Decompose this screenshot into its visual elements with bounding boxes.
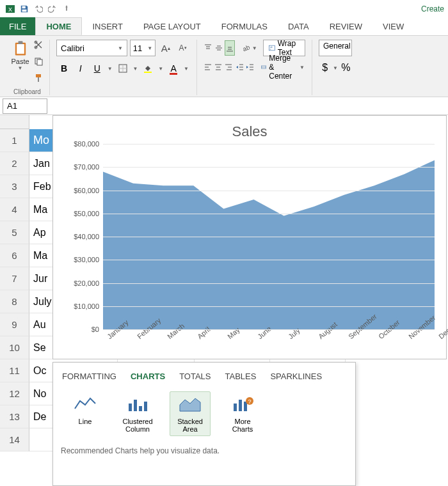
percent-button[interactable]: % xyxy=(340,60,352,75)
svg-rect-2 xyxy=(22,6,26,9)
increase-indent-icon[interactable] xyxy=(246,59,255,75)
align-bottom-icon[interactable] xyxy=(225,40,235,56)
qa-tab-formatting[interactable]: FORMATTING xyxy=(62,372,116,381)
gridline xyxy=(103,306,435,307)
row-header[interactable]: 5 xyxy=(0,221,29,244)
chevron-down-icon[interactable]: ▼ xyxy=(332,65,339,71)
bold-button[interactable]: B xyxy=(56,60,72,77)
font-size-select[interactable]: 11▼ xyxy=(130,40,156,56)
svg-text:X: X xyxy=(8,6,12,13)
y-tick-label: $20,000 xyxy=(74,279,99,287)
align-top-icon[interactable] xyxy=(204,40,213,56)
chevron-down-icon[interactable]: ▼ xyxy=(252,45,257,51)
tab-view[interactable]: VIEW xyxy=(372,17,414,35)
italic-button[interactable]: I xyxy=(73,60,88,77)
svg-rect-48 xyxy=(134,400,137,411)
copy-icon[interactable] xyxy=(33,56,44,69)
row-header[interactable]: 6 xyxy=(0,244,29,267)
chart-type-icon xyxy=(177,395,203,415)
tab-page-layout[interactable]: PAGE LAYOUT xyxy=(133,17,211,35)
orientation-icon[interactable]: ab xyxy=(241,40,251,56)
font-color-button[interactable]: A xyxy=(166,60,181,77)
cut-icon[interactable] xyxy=(33,40,44,52)
undo-icon[interactable] xyxy=(32,3,45,15)
qa-tab-tables[interactable]: TABLES xyxy=(225,372,257,381)
svg-rect-52 xyxy=(239,400,242,411)
excel-icon: X xyxy=(4,3,17,15)
align-middle-icon[interactable] xyxy=(214,40,224,56)
row-header[interactable]: 14 xyxy=(0,428,29,451)
gridline xyxy=(103,167,435,168)
increase-font-icon[interactable]: A▴ xyxy=(158,40,173,56)
border-button[interactable] xyxy=(115,60,131,77)
chevron-down-icon[interactable]: ▼ xyxy=(106,66,114,72)
row-header[interactable]: 2 xyxy=(0,152,29,175)
area-series xyxy=(103,160,435,329)
align-center-icon[interactable] xyxy=(214,59,223,75)
svg-rect-3 xyxy=(22,10,27,12)
font-name-select[interactable]: Calibri▼ xyxy=(56,40,127,56)
decrease-indent-icon[interactable] xyxy=(236,59,244,75)
qa-tab-sparklines[interactable]: SPARKLINES xyxy=(270,372,322,381)
decrease-font-icon[interactable]: A▾ xyxy=(175,40,190,56)
gridline xyxy=(103,283,435,284)
select-all-corner[interactable] xyxy=(0,115,29,129)
tab-insert[interactable]: INSERT xyxy=(82,17,132,35)
chevron-down-icon[interactable]: ▼ xyxy=(157,66,164,72)
tab-file[interactable]: FILE xyxy=(0,17,35,35)
tab-data[interactable]: DATA xyxy=(278,17,319,35)
row-header[interactable]: 8 xyxy=(0,290,29,313)
row-header[interactable]: 3 xyxy=(0,175,29,198)
qa-tab-charts[interactable]: CHARTS xyxy=(131,372,165,381)
row-header[interactable]: 9 xyxy=(0,313,29,336)
y-tick-label: $40,000 xyxy=(74,233,99,240)
chevron-down-icon[interactable]: ▼ xyxy=(131,66,139,72)
tab-review[interactable]: REVIEW xyxy=(319,17,372,35)
row-header[interactable]: 12 xyxy=(0,382,29,405)
qa-tab-totals[interactable]: TOTALS xyxy=(179,372,211,381)
qa-option-label: Line xyxy=(79,418,92,425)
tab-home[interactable]: HOME xyxy=(35,17,82,35)
chevron-down-icon[interactable]: ▼ xyxy=(182,66,190,72)
chart-preview: Sales $0$10,000$20,000$30,000$40,000$50,… xyxy=(52,115,447,359)
chart-title: Sales xyxy=(65,123,435,140)
quick-analysis-hint: Recommended Charts help you visualize da… xyxy=(61,446,348,455)
row-header[interactable]: 10 xyxy=(0,336,29,359)
number-format-select[interactable]: General xyxy=(319,40,352,56)
account-link[interactable]: Create xyxy=(421,4,444,13)
svg-rect-5 xyxy=(17,44,24,54)
qa-option-stacked-area[interactable]: Stacked Area xyxy=(170,391,211,436)
row-header[interactable]: 1 xyxy=(0,129,29,152)
y-tick-label: $50,000 xyxy=(74,210,99,217)
chevron-down-icon: ▼ xyxy=(147,45,152,51)
svg-rect-11 xyxy=(36,74,41,77)
qa-option-clustered-column[interactable]: Clustered Column xyxy=(117,391,158,436)
currency-button[interactable]: $ xyxy=(319,60,331,75)
qa-option-line[interactable]: Line xyxy=(65,391,106,436)
name-box[interactable] xyxy=(3,98,47,114)
svg-rect-51 xyxy=(234,404,237,411)
x-tick-label: December xyxy=(437,313,448,340)
save-icon[interactable] xyxy=(18,3,31,15)
redo-icon[interactable] xyxy=(46,3,59,15)
row-header[interactable]: 7 xyxy=(0,267,29,290)
y-tick-label: $80,000 xyxy=(74,140,99,148)
align-left-icon[interactable] xyxy=(204,59,212,75)
underline-button[interactable]: U xyxy=(90,60,105,77)
gridline xyxy=(103,237,435,237)
tab-formulas[interactable]: FORMULAS xyxy=(211,17,278,35)
merge-center-button[interactable]: Merge & Center ▼ xyxy=(257,59,308,75)
gridline xyxy=(103,260,435,260)
format-painter-icon[interactable] xyxy=(33,73,44,86)
svg-rect-6 xyxy=(18,41,22,44)
paste-label: Paste xyxy=(11,58,29,65)
row-header[interactable]: 11 xyxy=(0,359,29,382)
qa-option-more-charts[interactable]: ?More Charts xyxy=(222,391,263,436)
row-header[interactable]: 4 xyxy=(0,198,29,221)
fill-color-button[interactable] xyxy=(140,60,156,77)
touch-mode-icon[interactable] xyxy=(60,3,73,15)
row-header[interactable]: 13 xyxy=(0,405,29,428)
paste-button[interactable]: Paste ▼ xyxy=(11,40,29,86)
align-right-icon[interactable] xyxy=(224,59,233,75)
qa-option-label: More Charts xyxy=(224,418,261,433)
